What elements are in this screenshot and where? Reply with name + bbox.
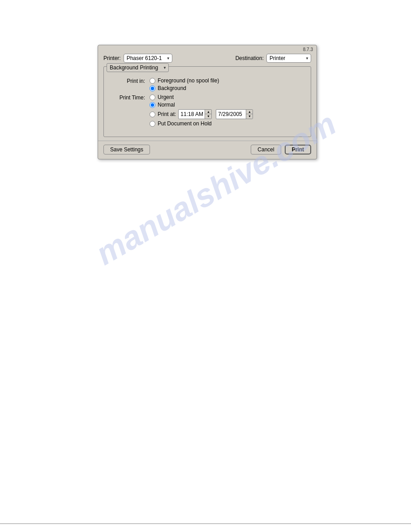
destination-label: Destination: xyxy=(235,55,264,61)
radio-hold-input[interactable] xyxy=(150,121,155,127)
radio-background-input[interactable] xyxy=(150,86,155,91)
radio-normal-input[interactable] xyxy=(150,102,155,108)
radio-normal-label: Normal xyxy=(158,102,175,108)
panel-header: Background Printing xyxy=(107,63,305,72)
time-down-button[interactable]: ▼ xyxy=(205,114,211,119)
print-time-label: Print Time: xyxy=(109,94,150,101)
print-in-label: Print in: xyxy=(109,77,150,84)
time-up-button[interactable]: ▲ xyxy=(205,110,211,114)
print-dialog: 8.7.3 Printer: Phaser 6120-1 Destination… xyxy=(98,45,317,159)
dialog-footer: Save Settings Cancel Print xyxy=(98,141,317,159)
panel-header-select[interactable]: Background Printing xyxy=(107,63,169,72)
destination-select-wrapper[interactable]: Printer xyxy=(266,54,311,63)
radio-urgent-input[interactable] xyxy=(150,94,155,100)
date-input-wrapper[interactable]: ▲ ▼ xyxy=(216,109,253,119)
panel-section: Background Printing Print in: Foreground… xyxy=(103,66,311,137)
date-down-button[interactable]: ▼ xyxy=(246,114,253,119)
radio-foreground[interactable]: Foreground (no spool file) xyxy=(150,77,219,84)
radio-print-at-label: Print at: xyxy=(158,111,176,117)
date-input[interactable] xyxy=(216,111,246,118)
radio-urgent[interactable]: Urgent xyxy=(150,94,253,100)
bottom-line xyxy=(0,523,411,524)
destination-select[interactable]: Printer xyxy=(266,54,311,63)
print-at-row: Print at: ▲ ▼ ▲ ▼ xyxy=(150,109,253,119)
printer-group: Printer: Phaser 6120-1 xyxy=(103,54,172,63)
dialog-box: 8.7.3 Printer: Phaser 6120-1 Destination… xyxy=(98,45,317,159)
panel-header-select-wrapper[interactable]: Background Printing xyxy=(107,63,169,72)
print-in-options: Foreground (no spool file) Background xyxy=(150,77,219,91)
footer-right: Cancel Print xyxy=(251,145,311,154)
time-input-wrapper[interactable]: ▲ ▼ xyxy=(178,109,212,119)
radio-normal[interactable]: Normal xyxy=(150,102,253,108)
date-up-button[interactable]: ▲ xyxy=(246,110,253,114)
print-button[interactable]: Print xyxy=(285,145,311,154)
time-spinner: ▲ ▼ xyxy=(205,110,211,119)
print-time-options: Urgent Normal Print at: ▲ ▼ xyxy=(150,94,253,127)
destination-group: Destination: Printer xyxy=(235,54,311,63)
radio-foreground-label: Foreground (no spool file) xyxy=(158,77,219,84)
date-spinner: ▲ ▼ xyxy=(246,110,253,119)
version-text: 8.7.3 xyxy=(98,45,317,52)
radio-urgent-label: Urgent xyxy=(158,94,174,100)
radio-background-label: Background xyxy=(158,85,186,91)
printer-label: Printer: xyxy=(103,55,121,61)
printer-select-wrapper[interactable]: Phaser 6120-1 xyxy=(124,54,172,63)
time-input[interactable] xyxy=(179,111,205,118)
cancel-button[interactable]: Cancel xyxy=(251,145,281,154)
radio-background[interactable]: Background xyxy=(150,85,219,91)
radio-print-at-input[interactable] xyxy=(150,112,155,117)
radio-hold-label: Put Document on Hold xyxy=(158,120,212,127)
save-settings-button[interactable]: Save Settings xyxy=(103,145,150,154)
print-in-row: Print in: Foreground (no spool file) Bac… xyxy=(109,77,305,91)
radio-hold[interactable]: Put Document on Hold xyxy=(150,120,253,127)
printer-select[interactable]: Phaser 6120-1 xyxy=(124,54,172,63)
radio-foreground-input[interactable] xyxy=(150,78,155,84)
print-time-row: Print Time: Urgent Normal Print at: xyxy=(109,94,305,127)
